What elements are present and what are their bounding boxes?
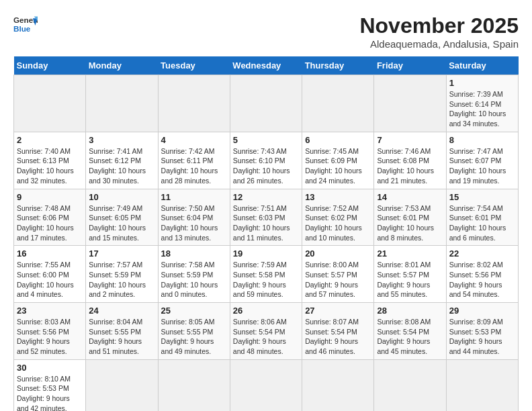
calendar-cell: 25Sunrise: 8:05 AM Sunset: 5:55 PM Dayli… [158,303,230,360]
day-info: Sunrise: 7:42 AM Sunset: 6:11 PM Dayligh… [161,146,227,186]
day-number: 1 [449,78,515,88]
calendar-week-3: 9Sunrise: 7:48 AM Sunset: 6:06 PM Daylig… [14,189,519,246]
day-info: Sunrise: 7:53 AM Sunset: 6:01 PM Dayligh… [377,203,443,243]
calendar-cell: 3Sunrise: 7:41 AM Sunset: 6:12 PM Daylig… [86,132,158,189]
calendar-cell: 29Sunrise: 8:09 AM Sunset: 5:53 PM Dayli… [446,303,518,360]
calendar-cell [446,359,518,411]
day-number: 8 [449,135,515,145]
calendar-cell: 8Sunrise: 7:47 AM Sunset: 6:07 PM Daylig… [446,132,518,189]
day-info: Sunrise: 8:07 AM Sunset: 5:54 PM Dayligh… [305,317,371,357]
weekday-header-row: SundayMondayTuesdayWednesdayThursdayFrid… [14,56,519,75]
weekday-header-tuesday: Tuesday [158,56,230,75]
logo: General Blue [13,13,38,38]
calendar-cell [14,75,86,132]
calendar-cell: 1Sunrise: 7:39 AM Sunset: 6:14 PM Daylig… [446,75,518,132]
day-number: 21 [377,248,443,259]
day-number: 4 [161,135,227,145]
calendar-cell: 30Sunrise: 8:10 AM Sunset: 5:53 PM Dayli… [14,359,86,411]
calendar-cell: 7Sunrise: 7:46 AM Sunset: 6:08 PM Daylig… [374,132,446,189]
calendar-cell: 26Sunrise: 8:06 AM Sunset: 5:54 PM Dayli… [230,303,302,360]
day-number: 22 [449,248,515,259]
day-info: Sunrise: 8:08 AM Sunset: 5:54 PM Dayligh… [377,317,443,357]
day-number: 27 [305,306,371,316]
calendar-cell: 12Sunrise: 7:51 AM Sunset: 6:03 PM Dayli… [230,189,302,246]
calendar-cell: 13Sunrise: 7:52 AM Sunset: 6:02 PM Dayli… [302,189,374,246]
weekday-header-sunday: Sunday [14,56,86,75]
day-number: 6 [305,135,371,145]
day-info: Sunrise: 7:48 AM Sunset: 6:06 PM Dayligh… [17,203,83,243]
calendar-cell: 28Sunrise: 8:08 AM Sunset: 5:54 PM Dayli… [374,303,446,360]
day-number: 26 [233,306,299,316]
day-info: Sunrise: 8:10 AM Sunset: 5:53 PM Dayligh… [17,374,83,411]
calendar-cell [86,359,158,411]
day-number: 10 [89,192,154,202]
calendar-cell: 2Sunrise: 7:40 AM Sunset: 6:13 PM Daylig… [14,132,86,189]
calendar-week-4: 16Sunrise: 7:55 AM Sunset: 6:00 PM Dayli… [14,246,519,303]
calendar-cell: 15Sunrise: 7:54 AM Sunset: 6:01 PM Dayli… [446,189,518,246]
page-header: General Blue November 2025 Aldeaquemada,… [13,13,519,50]
day-number: 19 [233,248,299,259]
day-number: 13 [305,192,371,202]
day-number: 28 [377,306,443,316]
weekday-header-friday: Friday [374,56,446,75]
day-info: Sunrise: 7:39 AM Sunset: 6:14 PM Dayligh… [449,89,515,129]
calendar-cell [302,359,374,411]
calendar-cell: 9Sunrise: 7:48 AM Sunset: 6:06 PM Daylig… [14,189,86,246]
day-info: Sunrise: 8:03 AM Sunset: 5:56 PM Dayligh… [17,317,83,357]
day-info: Sunrise: 8:05 AM Sunset: 5:55 PM Dayligh… [161,317,227,357]
calendar-table: SundayMondayTuesdayWednesdayThursdayFrid… [13,56,519,411]
logo-icon: General Blue [13,13,38,38]
day-number: 9 [17,192,83,202]
weekday-header-thursday: Thursday [302,56,374,75]
day-number: 14 [377,192,443,202]
day-number: 20 [305,248,371,259]
day-number: 11 [161,192,227,202]
day-info: Sunrise: 7:59 AM Sunset: 5:58 PM Dayligh… [233,260,299,300]
day-info: Sunrise: 7:52 AM Sunset: 6:02 PM Dayligh… [305,203,371,243]
title-block: November 2025 Aldeaquemada, Andalusia, S… [359,13,519,50]
calendar-cell [230,75,302,132]
day-info: Sunrise: 7:45 AM Sunset: 6:09 PM Dayligh… [305,146,371,186]
day-number: 3 [89,135,154,145]
calendar-cell [374,75,446,132]
calendar-cell [158,75,230,132]
day-info: Sunrise: 7:58 AM Sunset: 5:59 PM Dayligh… [161,260,227,300]
day-info: Sunrise: 7:40 AM Sunset: 6:13 PM Dayligh… [17,146,83,186]
weekday-header-monday: Monday [86,56,158,75]
calendar-cell: 22Sunrise: 8:02 AM Sunset: 5:56 PM Dayli… [446,246,518,303]
day-number: 24 [89,306,154,316]
day-info: Sunrise: 7:57 AM Sunset: 5:59 PM Dayligh… [89,260,154,300]
day-number: 17 [89,248,154,259]
calendar-cell: 17Sunrise: 7:57 AM Sunset: 5:59 PM Dayli… [86,246,158,303]
day-info: Sunrise: 7:54 AM Sunset: 6:01 PM Dayligh… [449,203,515,243]
weekday-header-saturday: Saturday [446,56,518,75]
calendar-cell: 24Sunrise: 8:04 AM Sunset: 5:55 PM Dayli… [86,303,158,360]
day-number: 29 [449,306,515,316]
calendar-cell: 16Sunrise: 7:55 AM Sunset: 6:00 PM Dayli… [14,246,86,303]
calendar-cell: 4Sunrise: 7:42 AM Sunset: 6:11 PM Daylig… [158,132,230,189]
day-info: Sunrise: 8:00 AM Sunset: 5:57 PM Dayligh… [305,260,371,300]
day-info: Sunrise: 8:06 AM Sunset: 5:54 PM Dayligh… [233,317,299,357]
day-number: 30 [17,363,83,373]
calendar-cell: 18Sunrise: 7:58 AM Sunset: 5:59 PM Dayli… [158,246,230,303]
calendar-cell: 27Sunrise: 8:07 AM Sunset: 5:54 PM Dayli… [302,303,374,360]
calendar-cell [302,75,374,132]
calendar-week-2: 2Sunrise: 7:40 AM Sunset: 6:13 PM Daylig… [14,132,519,189]
day-info: Sunrise: 8:02 AM Sunset: 5:56 PM Dayligh… [449,260,515,300]
calendar-cell: 5Sunrise: 7:43 AM Sunset: 6:10 PM Daylig… [230,132,302,189]
day-info: Sunrise: 8:01 AM Sunset: 5:57 PM Dayligh… [377,260,443,300]
calendar-week-6: 30Sunrise: 8:10 AM Sunset: 5:53 PM Dayli… [14,359,519,411]
day-info: Sunrise: 7:51 AM Sunset: 6:03 PM Dayligh… [233,203,299,243]
calendar-cell: 10Sunrise: 7:49 AM Sunset: 6:05 PM Dayli… [86,189,158,246]
svg-text:Blue: Blue [13,24,31,33]
month-title: November 2025 [359,13,519,38]
day-info: Sunrise: 7:49 AM Sunset: 6:05 PM Dayligh… [89,203,154,243]
day-info: Sunrise: 7:43 AM Sunset: 6:10 PM Dayligh… [233,146,299,186]
day-number: 5 [233,135,299,145]
day-info: Sunrise: 7:46 AM Sunset: 6:08 PM Dayligh… [377,146,443,186]
calendar-cell: 14Sunrise: 7:53 AM Sunset: 6:01 PM Dayli… [374,189,446,246]
day-number: 12 [233,192,299,202]
calendar-cell [230,359,302,411]
calendar-cell: 20Sunrise: 8:00 AM Sunset: 5:57 PM Dayli… [302,246,374,303]
day-info: Sunrise: 7:47 AM Sunset: 6:07 PM Dayligh… [449,146,515,186]
